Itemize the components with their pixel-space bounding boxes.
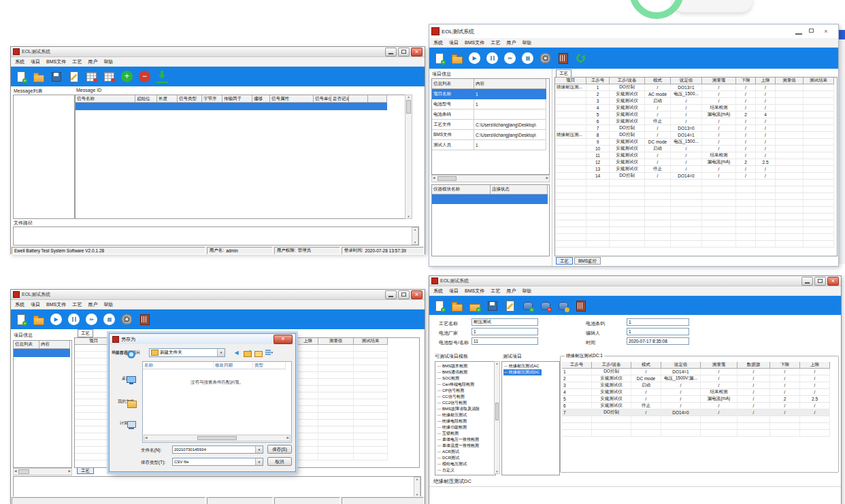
dialog-titlebar[interactable]: 另存为 [110, 334, 295, 344]
menu-item[interactable]: 项目 [449, 288, 459, 295]
table-row[interactable]: 10安规测试仪启动//// [555, 146, 837, 152]
menu-item[interactable]: 工艺 [72, 301, 82, 308]
list-item[interactable]: 绝缘电阻检测 [437, 418, 469, 424]
titlebar[interactable]: EOL测试系统 [429, 24, 838, 38]
menu-item[interactable]: 用户 [506, 288, 516, 295]
menu-item[interactable]: 用户 [88, 301, 97, 308]
table-row[interactable]: 3安规测试仪启动//// [555, 98, 837, 105]
menu-item[interactable]: BMS文件 [465, 39, 484, 46]
list-item[interactable]: CP信号检测 [437, 388, 466, 394]
menu-item[interactable]: 项目 [31, 301, 40, 308]
list-item[interactable]: CC2信号检测 [437, 400, 469, 406]
table-row[interactable]: 电池型号1 [432, 99, 549, 110]
table-row[interactable]: 1DO控制/DO14=1//// [562, 369, 830, 375]
cancel-button[interactable]: 取消 [267, 457, 292, 466]
process-name-input[interactable] [471, 318, 538, 326]
table-row[interactable]: 9安规测试仪DC mode电压_1500.../// [555, 139, 837, 146]
battery-model-input[interactable] [471, 337, 538, 345]
horizontal-scrollbar[interactable] [13, 468, 72, 475]
menu-item[interactable]: 系统 [433, 39, 443, 46]
tab-2[interactable]: BMS监控 [574, 257, 601, 265]
template-scrollbar[interactable] [494, 361, 500, 474]
time-input[interactable] [627, 337, 689, 345]
table-row[interactable] [555, 227, 837, 234]
save-icon[interactable] [486, 300, 498, 312]
list-item[interactable]: BMS版本检测 [437, 363, 469, 369]
battery-maker-input[interactable] [471, 328, 538, 335]
meter-icon[interactable] [139, 314, 150, 325]
new-file-icon[interactable] [433, 52, 445, 64]
table-row[interactable]: 绝缘耐压测...8DO控制/DO14=1/// [555, 132, 837, 139]
list-item[interactable]: CC信号检测 [437, 394, 467, 400]
menu-item[interactable]: BMS文件 [46, 58, 66, 65]
titlebar[interactable]: EOL测试系统 [11, 47, 425, 57]
table-row[interactable] [432, 195, 549, 204]
place-computer[interactable]: 计算机 [111, 421, 141, 426]
menu-item[interactable]: BMS文件 [465, 288, 484, 295]
save-icon[interactable] [50, 71, 62, 82]
table-row[interactable]: 4安规测试仪//结果检测/// [562, 389, 830, 396]
list-item[interactable]: 单体温度一致性检测 [437, 443, 481, 449]
edit-icon[interactable] [68, 71, 80, 82]
close-button[interactable] [820, 27, 832, 36]
menu-item[interactable]: 用户 [88, 58, 97, 65]
titlebar[interactable]: EOL测试系统 [11, 290, 425, 300]
list-item[interactable]: 单体电压一致性检测 [437, 437, 481, 443]
list-item[interactable]: 互锁检测 [437, 431, 461, 437]
menu-item[interactable]: 工艺 [72, 58, 82, 65]
forward-icon[interactable] [504, 52, 516, 64]
minimize-button[interactable] [793, 27, 805, 36]
views-icon[interactable] [265, 348, 274, 357]
maximize-button[interactable] [398, 290, 410, 299]
pause-icon[interactable] [486, 52, 498, 64]
menu-item[interactable]: 项目 [449, 39, 459, 46]
stop-icon[interactable] [522, 52, 533, 64]
dialog-close-button[interactable] [274, 335, 293, 344]
table-row[interactable] [555, 207, 837, 214]
combo-dropdown-arrow-icon[interactable] [255, 458, 263, 465]
open-folder-icon[interactable] [451, 52, 463, 64]
save-in-combo[interactable]: 新建文件夹 [149, 348, 225, 357]
open-folder-icon[interactable] [451, 300, 463, 312]
table-row[interactable]: 7DO控制/DO13=0/// [555, 125, 837, 132]
meter-icon[interactable] [557, 52, 569, 64]
remove-icon[interactable] [139, 71, 150, 82]
table-row[interactable]: 13安规测试仪停止//// [555, 166, 837, 173]
list-item[interactable]: BMS故障读取及清除 [437, 406, 482, 412]
table-row[interactable] [76, 103, 405, 110]
list-item[interactable]: 模组电压测试 [437, 461, 469, 467]
table-row[interactable]: 12安规测试仪//漏电流(mA)22.5 [555, 159, 837, 166]
table-row[interactable] [562, 430, 830, 437]
table-row[interactable]: 6安规测试仪停止///// [562, 403, 830, 409]
up-folder-icon[interactable] [243, 348, 252, 357]
table-row[interactable]: 3安规测试仪启动///// [562, 382, 830, 389]
table-row[interactable] [555, 234, 837, 241]
list-item[interactable]: Can终端电阻检测 [437, 382, 476, 388]
place-desktop[interactable]: 桌面 [111, 376, 141, 381]
add-icon[interactable] [121, 71, 133, 82]
minimize-button[interactable] [385, 290, 397, 299]
editor-input[interactable] [627, 328, 689, 335]
forward-icon[interactable] [86, 314, 97, 325]
file-path-scrollbar[interactable] [412, 227, 418, 245]
table-import-icon[interactable] [103, 71, 115, 82]
log-scrollbar[interactable] [414, 477, 420, 497]
table-row[interactable]: 5安规测试仪//漏电流(mA)24 [555, 112, 837, 118]
cd-icon[interactable] [540, 52, 551, 64]
file-path-box[interactable] [13, 226, 419, 246]
menu-item[interactable]: 帮助 [103, 58, 113, 65]
table-row[interactable]: 绝缘耐压测...1DO控制/DO13=1/// [555, 84, 837, 91]
list-item[interactable]: 绝缘耐压测试 [437, 412, 469, 418]
table-row[interactable] [555, 180, 837, 186]
place-documents[interactable]: 我的文档 [111, 399, 141, 404]
new-folder-icon[interactable] [254, 348, 263, 357]
titlebar[interactable]: EOL测试系统 [429, 276, 841, 286]
list-item[interactable]: BMS通讯检测 [437, 369, 469, 375]
log-box[interactable] [13, 476, 421, 498]
menu-item[interactable]: BMS文件 [46, 301, 66, 308]
combo-dropdown-arrow-icon[interactable] [217, 349, 225, 356]
table-row[interactable] [555, 200, 837, 207]
menu-item[interactable]: 系统 [433, 288, 443, 295]
meter-icon[interactable] [575, 300, 586, 312]
table-row[interactable]: 11安规测试仪//结果检测// [555, 152, 837, 159]
